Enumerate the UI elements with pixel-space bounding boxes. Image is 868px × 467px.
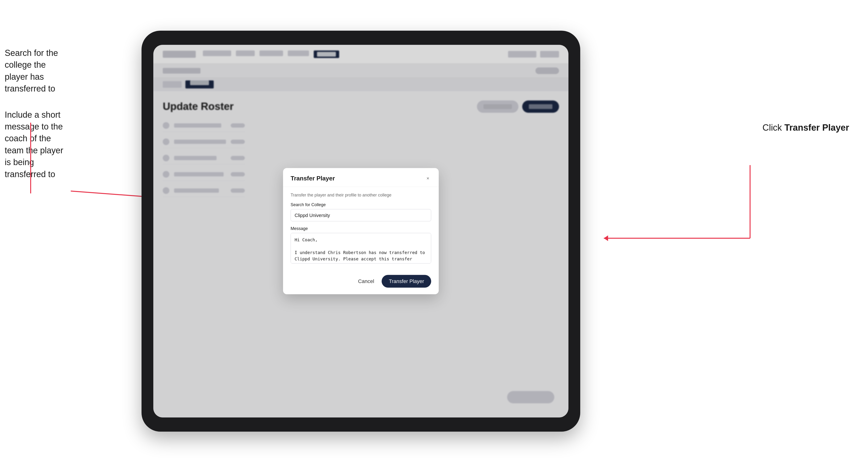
transfer-player-button[interactable]: Transfer Player: [382, 275, 431, 288]
annotation-right-text: Click: [763, 123, 784, 132]
modal-header: Transfer Player ×: [283, 168, 439, 187]
search-college-label: Search for College: [290, 203, 431, 207]
message-label: Message: [290, 226, 431, 231]
modal-title: Transfer Player: [290, 175, 335, 182]
message-textarea[interactable]: [290, 233, 431, 264]
annotation-left-bottom: Include a short message to the coach of …: [5, 109, 71, 180]
transfer-player-modal: Transfer Player × Transfer the player an…: [283, 168, 439, 294]
modal-body: Transfer the player and their profile to…: [283, 187, 439, 270]
cancel-button[interactable]: Cancel: [354, 276, 378, 287]
annotation-right-bold: Transfer Player: [784, 123, 849, 132]
svg-marker-4: [604, 236, 608, 241]
search-college-input[interactable]: [290, 209, 431, 221]
modal-overlay: Transfer Player × Transfer the player an…: [153, 45, 568, 417]
tablet-screen: Update Roster: [153, 45, 568, 417]
modal-footer: Cancel Transfer Player: [283, 270, 439, 294]
modal-subtitle: Transfer the player and their profile to…: [290, 193, 431, 198]
tablet-device: Update Roster: [142, 31, 580, 432]
annotation-left: Search for the college the player has tr…: [5, 47, 71, 194]
modal-close-button[interactable]: ×: [425, 175, 431, 182]
annotation-left-top: Search for the college the player has tr…: [5, 47, 71, 95]
annotation-right: Click Transfer Player: [763, 123, 849, 133]
